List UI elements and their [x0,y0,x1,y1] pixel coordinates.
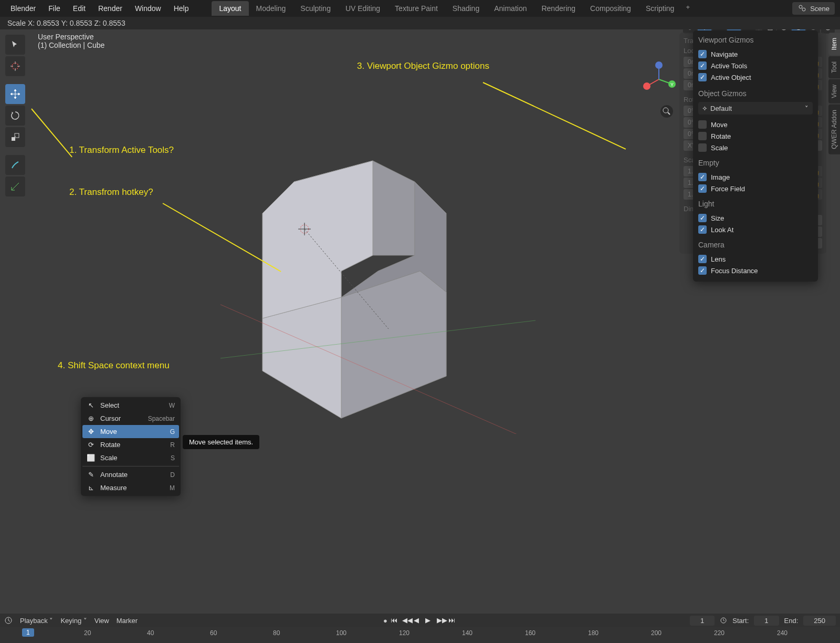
svg-point-0 [799,5,802,8]
prev-key-icon[interactable]: ◀◀ [402,616,411,625]
tab-shading[interactable]: Shading [445,1,487,16]
left-toolbar [5,35,25,196]
axis-nav-gizmo[interactable]: Y [640,61,677,98]
add-workspace-button[interactable]: + [681,1,694,16]
tab-sculpting[interactable]: Sculpting [293,1,338,16]
end-frame[interactable]: 250 [803,616,836,626]
tick: 100 [336,629,346,637]
chevron-down-icon: ˅ [805,105,808,112]
chk-move[interactable]: Move [698,119,813,130]
view-menu[interactable]: View [94,617,109,625]
scene-selector[interactable]: Scene [792,2,835,15]
playback-menu[interactable]: Playback ˅ [20,617,53,625]
tick: 40 [147,629,154,637]
svg-point-1 [802,8,805,11]
autokey-icon[interactable]: ● [383,617,387,625]
tool-cursor[interactable] [5,56,25,76]
sidetab-view[interactable]: View [828,79,840,103]
sidetab-item[interactable]: Item [828,33,840,55]
jump-end-icon[interactable]: ⏭ [448,616,457,625]
n-panel-tabs: Item Tool View QWER Addon [828,33,840,155]
tab-modeling[interactable]: Modeling [249,1,293,16]
tick: 140 [462,629,472,637]
tool-move[interactable] [5,84,25,104]
sidetab-qwer[interactable]: QWER Addon [828,105,840,154]
orientation-select[interactable]: ⟡Default ˅ [698,102,813,115]
cursor-icon: ⊕ [87,414,95,422]
timeline-ruler[interactable]: 1 20 40 60 80 100 120 140 160 180 200 22… [0,627,840,643]
3d-mesh-cube[interactable] [220,150,536,434]
chk-navigate[interactable]: ✓Navigate [698,48,813,60]
menu-move[interactable]: ✥MoveG [82,425,179,438]
menu-blender[interactable]: Blender [5,2,41,15]
menu-scale[interactable]: ⬜ScaleS [82,451,179,464]
tool-annotate[interactable] [5,155,25,175]
tick: 60 [210,629,217,637]
tab-rendering[interactable]: Rendering [534,1,583,16]
menu-cursor[interactable]: ⊕CursorSpacebar [82,412,179,425]
3d-viewport[interactable]: ˅ ˅ User Perspective (1) Collection | Cu… [0,29,840,614]
next-key-icon[interactable]: ▶▶ [437,616,445,625]
svg-point-37 [660,105,673,118]
gizmo-popup-title: Viewport Gizmos [698,36,813,44]
rotate-icon: ⟳ [87,441,95,449]
tool-scale[interactable] [5,127,25,147]
tick: 160 [525,629,536,637]
chk-size[interactable]: ✓Size [698,212,813,224]
light-label: Light [698,200,813,208]
chk-active-object[interactable]: ✓Active Object [698,71,813,83]
tab-uv-editing[interactable]: UV Editing [338,1,387,16]
clock-icon[interactable] [720,617,727,624]
select-icon: ↖ [87,401,95,409]
chk-look-at[interactable]: ✓Look At [698,224,813,235]
marker-menu[interactable]: Marker [117,617,138,625]
menu-edit[interactable]: Edit [68,2,91,15]
chk-scale[interactable]: Scale [698,142,813,153]
playhead[interactable]: 1 [22,628,34,637]
tick: 220 [714,629,724,637]
tab-compositing[interactable]: Compositing [583,1,638,16]
tab-animation[interactable]: Animation [487,1,534,16]
zoom-nav-icon[interactable] [659,104,674,119]
timeline-editor-icon[interactable] [4,616,13,625]
top-menubar: Blender File Edit Render Window Help Lay… [0,0,840,17]
chk-rotate[interactable]: Rotate [698,130,813,142]
tooltip-move: Move selected items. [183,435,259,449]
menu-window[interactable]: Window [130,2,166,15]
shift-space-menu: ↖SelectW ⊕CursorSpacebar ✥MoveG ⟳RotateR… [81,397,181,496]
menu-rotate[interactable]: ⟳RotateR [82,438,179,451]
end-label: End: [784,617,799,625]
chk-active-tools[interactable]: ✓Active Tools [698,60,813,71]
menu-file[interactable]: File [43,2,66,15]
chk-image[interactable]: ✓Image [698,171,813,183]
menu-measure[interactable]: ⊾MeasureM [82,481,179,494]
menu-render[interactable]: Render [93,2,128,15]
annotation-1: 1. Transform Active Tools? [69,145,174,155]
jump-start-icon[interactable]: ⏮ [391,616,399,625]
tab-scripting[interactable]: Scripting [638,1,681,16]
tool-rotate[interactable] [5,106,25,126]
play-icon[interactable]: ▶ [425,616,434,625]
chk-focus-distance[interactable]: ✓Focus Distance [698,265,813,276]
menu-annotate[interactable]: ✎AnnotateD [82,468,179,481]
start-frame[interactable]: 1 [754,616,779,626]
current-frame[interactable]: 1 [690,616,715,626]
status-bar: Scale X: 0.8553 Y: 0.8553 Z: 0.8553 [0,17,840,29]
play-reverse-icon[interactable]: ◀ [414,616,422,625]
scale-icon: ⬜ [87,454,95,462]
tool-measure[interactable] [5,177,25,196]
sidetab-tool[interactable]: Tool [828,56,840,78]
tab-layout[interactable]: Layout [212,1,248,16]
chk-force-field[interactable]: ✓Force Field [698,183,813,194]
timeline-header: Playback ˅ Keying ˅ View Marker ● ⏮ ◀◀ ◀… [0,614,840,627]
info-collection: (1) Collection | Cube [38,41,104,49]
tool-select[interactable] [5,35,25,55]
keying-menu[interactable]: Keying ˅ [60,617,87,625]
tab-texture-paint[interactable]: Texture Paint [387,1,445,16]
measure-icon: ⊾ [87,484,95,492]
menu-select[interactable]: ↖SelectW [82,399,179,412]
chk-lens[interactable]: ✓Lens [698,253,813,265]
viewport-info: User Perspective (1) Collection | Cube [38,33,104,49]
svg-rect-17 [15,133,19,138]
menu-help[interactable]: Help [169,2,194,15]
